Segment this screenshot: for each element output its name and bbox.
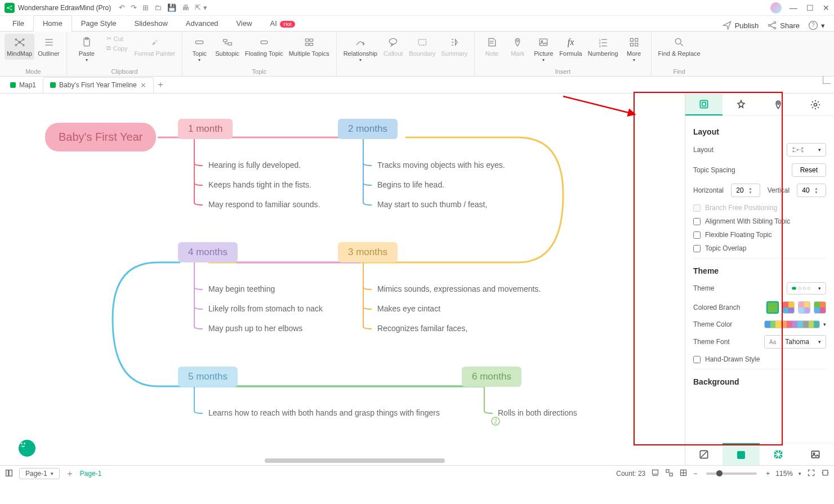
- root-topic[interactable]: Baby's First Year: [45, 123, 156, 151]
- reset-button[interactable]: Reset: [792, 163, 826, 177]
- status-icon-3[interactable]: [679, 469, 688, 479]
- svg-point-51: [799, 287, 801, 290]
- doctab-map1[interactable]: Map1: [3, 77, 43, 93]
- redo-icon[interactable]: ↷: [131, 3, 137, 12]
- outliner-mode-button[interactable]: Outliner: [35, 34, 62, 60]
- close-button[interactable]: ✕: [823, 3, 829, 12]
- topic-2months[interactable]: 2 months: [338, 119, 398, 139]
- menu-view[interactable]: View: [228, 16, 261, 31]
- floating-topic-button[interactable]: Floating Topic: [243, 34, 286, 60]
- topic-button[interactable]: Topic▾: [187, 34, 212, 66]
- leaf-m2-1[interactable]: Begins to life head.: [377, 180, 444, 189]
- leaf-m1-0[interactable]: Hearing is fully developed.: [208, 160, 301, 170]
- leaf-m1-2[interactable]: May respond to familiar sounds.: [208, 200, 320, 209]
- help-button[interactable]: ? ▾: [808, 20, 825, 31]
- branch-swatch-2[interactable]: [782, 301, 795, 314]
- menu-file[interactable]: File: [3, 16, 33, 31]
- zoom-slider[interactable]: [706, 472, 757, 475]
- doctab-baby[interactable]: Baby's Fisrt Year Timeline✕: [43, 77, 154, 93]
- boundary-button[interactable]: Boundary: [407, 34, 438, 60]
- topic-6months[interactable]: 6 months: [462, 367, 521, 387]
- bg-tab-pattern-icon[interactable]: [760, 443, 797, 465]
- user-avatar-icon[interactable]: [770, 2, 782, 14]
- undo-icon[interactable]: ↶: [119, 3, 125, 12]
- leaf-m6-0[interactable]: Rolls in both directions: [498, 408, 577, 417]
- more-button[interactable]: More▾: [622, 34, 646, 66]
- picture-button[interactable]: Picture▾: [531, 34, 556, 66]
- minimize-button[interactable]: —: [790, 3, 797, 12]
- canvas[interactable]: 2 Baby's First Year 1 month 2 months 4 m…: [0, 93, 685, 465]
- close-tab-icon[interactable]: ✕: [140, 81, 146, 90]
- topic-4months[interactable]: 4 months: [178, 242, 238, 262]
- menu-pagestyle[interactable]: Page Style: [72, 16, 126, 31]
- open-icon[interactable]: 🗀: [154, 3, 162, 12]
- fit-icon[interactable]: [821, 469, 829, 479]
- add-page-button[interactable]: ＋: [65, 468, 74, 480]
- menu-ai[interactable]: AI Hot: [261, 16, 304, 31]
- multiple-topics-button[interactable]: Multiple Topics: [287, 34, 332, 60]
- topic-1month[interactable]: 1 month: [178, 119, 233, 139]
- leaf-m3-0[interactable]: Mimics sounds, expressionas and movement…: [377, 284, 541, 293]
- topic-3months[interactable]: 3 months: [338, 242, 398, 262]
- leaf-m4-1[interactable]: Likely rolls from stomach to nack: [208, 304, 323, 313]
- paste-button[interactable]: Paste▾: [72, 34, 102, 66]
- zoom-in-button[interactable]: +: [766, 470, 770, 478]
- status-icon-1[interactable]: [651, 469, 659, 479]
- leaf-m1-1[interactable]: Keeps hands tight in the fists.: [208, 180, 311, 189]
- svg-rect-20: [310, 39, 313, 41]
- cut-button[interactable]: ✂Cut: [103, 34, 131, 43]
- find-replace-button[interactable]: Find & Replace: [656, 34, 703, 60]
- maximize-button[interactable]: ☐: [806, 3, 814, 12]
- leaf-m3-2[interactable]: Recognizes familar faces,: [377, 324, 467, 333]
- doc-icon: [10, 82, 16, 88]
- leaf-m4-2[interactable]: May push up to her elbows: [208, 324, 302, 333]
- new-icon[interactable]: ⊞: [142, 3, 149, 12]
- outline-toggle-icon[interactable]: [5, 469, 14, 479]
- panel-tab-settings-icon[interactable]: [797, 93, 834, 115]
- relationship-button[interactable]: Relationship▾: [341, 34, 380, 66]
- format-painter-button[interactable]: 🖌Format Painter: [132, 34, 177, 60]
- publish-button[interactable]: Publish: [721, 20, 759, 31]
- numbering-button[interactable]: 123Numbering: [586, 34, 621, 60]
- callout-button[interactable]: Callout: [381, 34, 405, 60]
- menu-slideshow[interactable]: Slideshow: [126, 16, 177, 31]
- summary-button[interactable]: Summary: [439, 34, 470, 60]
- menu-home[interactable]: Home: [33, 15, 72, 32]
- add-tab-button[interactable]: ＋: [154, 78, 167, 92]
- leaf-m2-2[interactable]: May start to such thumb / feast,: [377, 200, 487, 209]
- print-icon[interactable]: 🖶: [182, 3, 189, 12]
- vertical-input[interactable]: ▲▼: [797, 184, 826, 197]
- clipboard-group-label: Clipboard: [111, 68, 137, 75]
- page-select[interactable]: Page-1▾: [19, 468, 60, 479]
- page-tab-1[interactable]: Page-1: [80, 470, 102, 478]
- export-icon[interactable]: ⇱ ▾: [195, 3, 207, 12]
- fullscreen-icon[interactable]: [807, 469, 815, 479]
- bg-tab-image-icon[interactable]: [797, 443, 834, 465]
- save-icon[interactable]: 💾: [167, 3, 176, 12]
- mindmap-mode-button[interactable]: MindMap: [5, 34, 34, 60]
- subtopic-button[interactable]: Subtopic: [213, 34, 242, 60]
- bg-tab-none-icon[interactable]: [685, 443, 722, 465]
- branch-swatch-3[interactable]: [798, 301, 810, 314]
- zoom-out-button[interactable]: −: [693, 470, 697, 478]
- bg-tab-solid-icon[interactable]: [722, 443, 760, 465]
- assistant-fab-icon[interactable]: [19, 440, 35, 457]
- menu-advanced[interactable]: Advanced: [177, 16, 228, 31]
- topic-5months[interactable]: 5 months: [178, 367, 238, 387]
- status-icon-2[interactable]: [665, 469, 674, 479]
- leaf-m2-0[interactable]: Tracks moving objects with his eyes.: [377, 160, 505, 170]
- branch-swatch-4[interactable]: [814, 301, 826, 314]
- share-button[interactable]: Share: [766, 20, 800, 31]
- collapse-ribbon-icon[interactable]: [823, 76, 831, 84]
- formula-button[interactable]: fxFormula: [557, 34, 584, 60]
- copy-button[interactable]: ⧉Copy: [103, 43, 131, 53]
- leaf-m5-0[interactable]: Learns how to reach with both hands and …: [208, 408, 440, 417]
- leaf-m3-1[interactable]: Makes eye cintact: [377, 304, 440, 313]
- theme-select[interactable]: ▾: [787, 282, 826, 295]
- canvas-scrollbar[interactable]: [265, 458, 445, 463]
- zoom-value[interactable]: 115%: [775, 470, 793, 478]
- mark-button[interactable]: Mark: [505, 34, 530, 60]
- layout-select[interactable]: ▾: [787, 143, 826, 157]
- note-button[interactable]: Note: [479, 34, 504, 60]
- leaf-m4-0[interactable]: May begin teething: [208, 284, 275, 293]
